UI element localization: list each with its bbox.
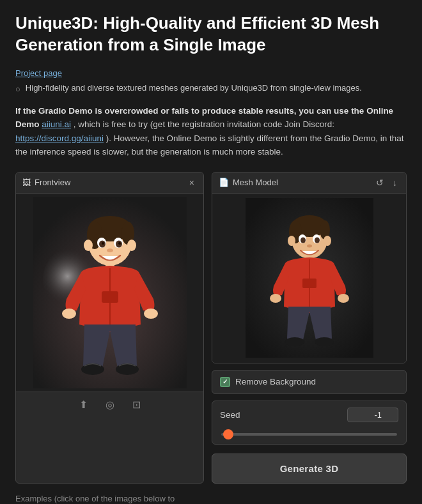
bullet-dot: ○ (15, 84, 20, 94)
page-title: Unique3D: High-Quality and Efficient 3D … (15, 13, 407, 56)
checkmark-icon: ✓ (223, 378, 228, 385)
svg-point-13 (84, 240, 93, 251)
mesh-header-left: 📄 Mesh Model (219, 178, 278, 187)
svg-point-29 (301, 238, 306, 243)
svg-point-11 (118, 242, 121, 245)
generate-button[interactable]: Generate 3D (212, 454, 407, 484)
svg-point-37 (270, 294, 281, 303)
slider-container (220, 427, 398, 438)
svg-point-40 (315, 337, 334, 346)
frontview-close-button[interactable]: × (187, 176, 197, 189)
svg-point-38 (338, 294, 349, 303)
seed-header: Seed (220, 408, 398, 422)
remove-bg-row: ✓ Remove Background (212, 370, 407, 394)
mesh-file-icon: 📄 (219, 178, 229, 187)
svg-point-32 (288, 236, 295, 246)
mesh-download-button[interactable]: ↓ (390, 176, 400, 189)
seed-section: Seed (212, 401, 407, 445)
frontview-body (16, 194, 203, 392)
frontview-panel: 🖼 Frontview × (15, 172, 204, 484)
desc-part2: , which is free to try (get the registra… (74, 119, 334, 129)
image-edit-button[interactable]: ⊡ (129, 397, 145, 412)
character-right-svg (246, 198, 373, 358)
svg-point-30 (315, 238, 320, 243)
bullet-text: High-fidelity and diverse textured meshe… (26, 83, 362, 93)
svg-rect-36 (302, 279, 316, 288)
controls-section: ✓ Remove Background Seed Generate 3D (212, 370, 407, 484)
remove-bg-checkbox[interactable]: ✓ (220, 377, 230, 387)
mesh-refresh-button[interactable]: ↺ (373, 176, 386, 189)
description-text: If the Gradio Demo is overcrowded or fai… (15, 104, 407, 159)
remove-bg-label: Remove Background (235, 377, 316, 386)
camera-icon: ◎ (106, 399, 114, 410)
svg-point-18 (62, 309, 76, 319)
mesh-header-right: ↺ ↓ (373, 176, 400, 189)
camera-button[interactable]: ◎ (102, 397, 118, 412)
footer-text: Examples (click one of the images below … (15, 494, 407, 503)
seed-input[interactable] (347, 408, 398, 422)
frontview-file-icon: 🖼 (22, 178, 31, 187)
svg-point-31 (307, 245, 312, 248)
panels-container: 🖼 Frontview × (15, 172, 407, 484)
mesh-label: Mesh Model (233, 178, 278, 187)
svg-point-20 (81, 363, 104, 375)
mesh-image (212, 194, 406, 363)
image-edit-icon: ⊡ (132, 399, 141, 410)
svg-point-12 (107, 248, 113, 252)
discord-link[interactable]: https://discord.gg/aiiuni (15, 134, 104, 143)
seed-label: Seed (220, 410, 240, 420)
aiiuni-link[interactable]: aiiuni.ai (42, 119, 71, 129)
mesh-body (212, 194, 406, 363)
frontview-image (16, 194, 203, 392)
frontview-label: Frontview (35, 178, 70, 187)
svg-point-10 (102, 242, 104, 245)
svg-point-33 (324, 236, 331, 246)
mesh-panel: 📄 Mesh Model ↺ ↓ (212, 172, 407, 363)
svg-point-19 (144, 309, 158, 319)
frontview-header: 🖼 Frontview × (16, 172, 203, 194)
upload-icon: ⬆ (79, 399, 88, 410)
frontview-header-left: 🖼 Frontview (22, 178, 70, 187)
svg-point-14 (127, 240, 136, 251)
project-link[interactable]: Project page (15, 68, 62, 78)
upload-button[interactable]: ⬆ (75, 397, 91, 412)
svg-point-21 (116, 363, 139, 375)
right-column: 📄 Mesh Model ↺ ↓ (212, 172, 407, 484)
seed-slider[interactable] (221, 433, 397, 436)
frontview-header-right: × (187, 176, 197, 189)
svg-point-39 (285, 337, 304, 346)
character-left-svg (33, 197, 187, 388)
svg-rect-17 (102, 291, 118, 303)
bullet-item: ○ High-fidelity and diverse textured mes… (15, 83, 407, 94)
mesh-header: 📄 Mesh Model ↺ ↓ (212, 172, 406, 194)
frontview-bottom-bar: ⬆ ◎ ⊡ (16, 392, 203, 417)
